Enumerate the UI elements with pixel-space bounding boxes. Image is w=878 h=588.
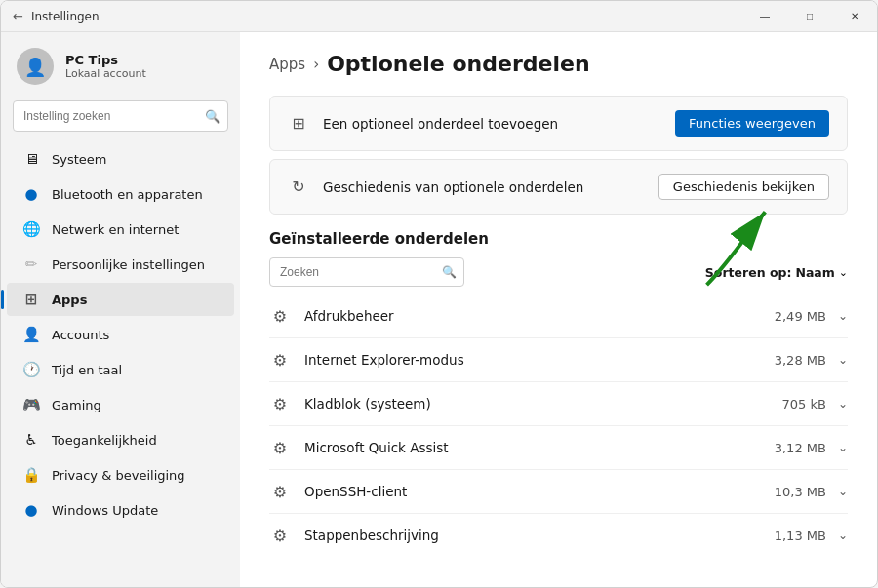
close-button[interactable]: ✕ <box>832 1 877 32</box>
item-icon: ⚙ <box>269 393 291 414</box>
item-size: 3,28 MB <box>775 353 826 368</box>
list-item: ⚙ Microsoft Quick Assist 3,12 MB ⌄ <box>269 426 848 470</box>
sidebar-item-label: Bluetooth en apparaten <box>52 187 203 202</box>
search-input[interactable] <box>13 100 228 132</box>
installed-search[interactable]: 🔍 <box>269 257 464 287</box>
expand-icon[interactable]: ⌄ <box>838 529 848 542</box>
breadcrumb: Apps › Optionele onderdelen <box>269 52 848 76</box>
sidebar-item-bluetooth[interactable]: ● Bluetooth en apparaten <box>7 177 234 211</box>
profile-subtitle: Lokaal account <box>65 67 146 80</box>
sidebar-item-accounts[interactable]: 👤 Accounts <box>7 318 234 351</box>
titlebar: ← Instellingen — □ ✕ <box>1 1 877 32</box>
sidebar-item-update[interactable]: ● Windows Update <box>7 493 234 527</box>
expand-icon[interactable]: ⌄ <box>838 441 848 454</box>
show-features-button[interactable]: Functies weergeven <box>675 110 829 137</box>
tijd-icon: 🕐 <box>22 361 40 378</box>
sidebar-item-label: Windows Update <box>52 503 158 518</box>
item-size: 705 kB <box>782 397 826 412</box>
installed-section: Geïnstalleerde onderdelen 🔍 Sorteren op:… <box>269 230 848 557</box>
item-name: Microsoft Quick Assist <box>304 440 449 455</box>
sidebar-item-label: Netwerk en internet <box>52 222 179 237</box>
sort-label: Sorteren op: Naam <box>705 265 835 280</box>
profile-name: PC Tips <box>65 53 146 67</box>
item-icon: ⚙ <box>269 437 291 458</box>
persoonlijk-icon: ✏️ <box>22 255 40 273</box>
profile-section: 👤 PC Tips Lokaal account <box>1 36 240 100</box>
sidebar-item-label: Systeem <box>52 152 106 167</box>
maximize-button[interactable]: □ <box>787 1 832 32</box>
item-name: Internet Explorer-modus <box>304 352 464 368</box>
sidebar-item-label: Accounts <box>52 328 109 342</box>
expand-icon[interactable]: ⌄ <box>838 353 848 367</box>
main-content: Apps › Optionele onderdelen ⊞ Een option… <box>240 32 877 576</box>
expand-icon[interactable]: ⌄ <box>838 485 848 498</box>
list-item: ⚙ Afdrukbeheer 2,49 MB ⌄ <box>269 294 848 338</box>
sidebar-item-label: Apps <box>52 293 87 307</box>
add-component-label: Een optioneel onderdeel toevoegen <box>323 116 558 132</box>
item-name: OpenSSH-client <box>304 484 407 499</box>
history-icon: ↻ <box>288 176 309 198</box>
installed-header: 🔍 Sorteren op: Naam ⌄ <box>269 257 848 287</box>
add-component-card: ⊞ Een optioneel onderdeel toevoegen Func… <box>269 96 848 151</box>
netwerk-icon: 🌐 <box>22 220 40 238</box>
avatar: 👤 <box>17 48 54 85</box>
history-label: Geschiedenis van optionele onderdelen <box>323 179 583 195</box>
list-item: ⚙ Stappenbeschrijving 1,13 MB ⌄ <box>269 514 848 557</box>
sidebar-item-tijd[interactable]: 🕐 Tijd en taal <box>7 353 234 386</box>
update-icon: ● <box>22 501 40 519</box>
bluetooth-icon: ● <box>22 185 40 203</box>
installed-list: ⚙ Afdrukbeheer 2,49 MB ⌄ ⚙ Intern <box>269 294 848 557</box>
sidebar-item-persoonlijk[interactable]: ✏️ Persoonlijke instellingen <box>7 248 234 281</box>
page-title: Optionele onderdelen <box>327 52 589 76</box>
sort-dropdown[interactable]: Sorteren op: Naam ⌄ <box>705 265 848 280</box>
installed-search-icon: 🔍 <box>442 265 457 279</box>
list-item: ⚙ Internet Explorer-modus 3,28 MB ⌄ <box>269 338 848 382</box>
sidebar-item-systeem[interactable]: 🖥 Systeem <box>7 142 234 176</box>
item-icon: ⚙ <box>269 525 291 546</box>
item-icon: ⚙ <box>269 349 291 371</box>
view-history-button[interactable]: Geschiedenis bekijken <box>658 174 829 200</box>
sidebar-item-label: Gaming <box>52 398 101 412</box>
accounts-icon: 👤 <box>22 326 40 343</box>
sidebar-item-privacy[interactable]: 🔒 Privacy & beveiliging <box>7 458 234 491</box>
history-card: ↻ Geschiedenis van optionele onderdelen … <box>269 159 848 215</box>
expand-icon[interactable]: ⌄ <box>838 309 848 323</box>
item-size: 10,3 MB <box>775 485 826 499</box>
breadcrumb-separator: › <box>313 56 319 73</box>
item-size: 1,13 MB <box>775 529 826 543</box>
toegankelijkheid-icon: ♿ <box>22 431 40 449</box>
search-icon: 🔍 <box>205 109 220 124</box>
item-name: Stappenbeschrijving <box>304 528 439 543</box>
item-icon: ⚙ <box>269 481 291 502</box>
privacy-icon: 🔒 <box>22 466 40 484</box>
sidebar-item-label: Toegankelijkheid <box>52 433 157 448</box>
expand-icon[interactable]: ⌄ <box>838 397 848 411</box>
window-controls: — □ ✕ <box>742 1 877 32</box>
item-size: 3,12 MB <box>775 441 826 455</box>
item-name: Afdrukbeheer <box>304 308 394 324</box>
installed-title: Geïnstalleerde onderdelen <box>269 230 848 248</box>
item-name: Kladblok (systeem) <box>304 396 431 412</box>
window-title: Instellingen <box>31 10 100 23</box>
sidebar-item-label: Persoonlijke instellingen <box>52 257 205 272</box>
sidebar-search[interactable]: 🔍 <box>13 100 228 132</box>
sidebar-item-apps[interactable]: ⊞ Apps <box>7 283 234 316</box>
sidebar-item-gaming[interactable]: 🎮 Gaming <box>7 388 234 421</box>
item-size: 2,49 MB <box>775 309 826 324</box>
sidebar-item-toegankelijkheid[interactable]: ♿ Toegankelijkheid <box>7 423 234 456</box>
item-icon: ⚙ <box>269 305 291 327</box>
systeem-icon: 🖥 <box>22 150 40 168</box>
list-item: ⚙ Kladblok (systeem) 705 kB ⌄ <box>269 382 848 426</box>
sidebar-item-netwerk[interactable]: 🌐 Netwerk en internet <box>7 213 234 246</box>
chevron-down-icon: ⌄ <box>839 266 848 279</box>
add-component-icon: ⊞ <box>288 113 309 135</box>
minimize-button[interactable]: — <box>742 1 787 32</box>
breadcrumb-parent[interactable]: Apps <box>269 56 305 73</box>
list-item: ⚙ OpenSSH-client 10,3 MB ⌄ <box>269 470 848 514</box>
sidebar-item-label: Privacy & beveiliging <box>52 468 185 483</box>
apps-icon: ⊞ <box>22 291 40 308</box>
sidebar-item-label: Tijd en taal <box>52 363 122 377</box>
gaming-icon: 🎮 <box>22 396 40 413</box>
installed-search-input[interactable] <box>269 257 464 287</box>
sidebar: 👤 PC Tips Lokaal account 🔍 🖥 Systeem ● B… <box>1 32 240 587</box>
